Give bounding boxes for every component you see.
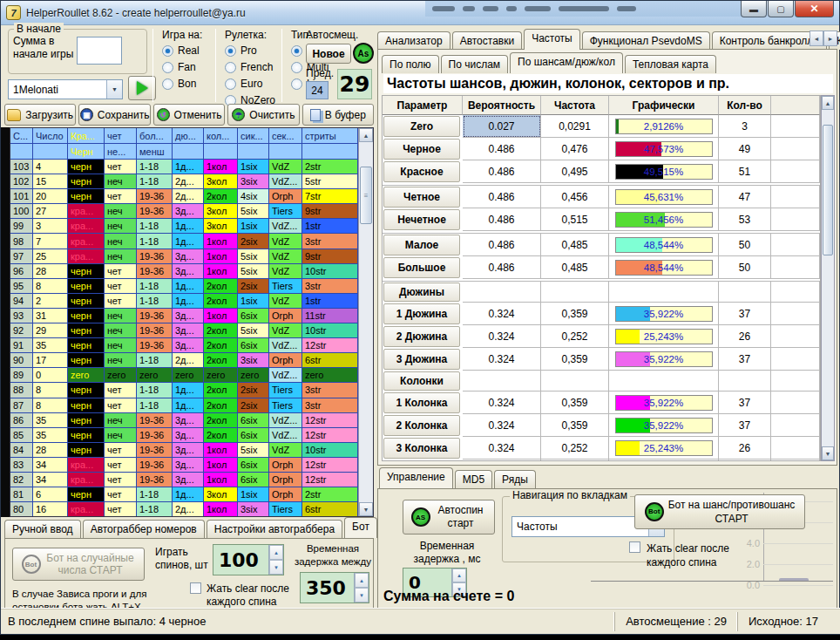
stats-probability-cell[interactable]: 0.486: [463, 186, 541, 208]
table-row[interactable]: 8334кра...чет19-363д...1кол6sixOrph12str: [10, 458, 358, 473]
stats-param-label[interactable]: Zero: [383, 116, 460, 137]
column-header[interactable]: Число: [33, 128, 68, 144]
table-row[interactable]: 10027кра...неч19-363д...3кол5sixTiers9st…: [10, 204, 358, 219]
radio-icon[interactable]: [291, 45, 302, 57]
toolbar-clear-button[interactable]: ☂Очистить: [227, 104, 299, 126]
stats-probability-cell[interactable]: 0.486: [463, 256, 541, 279]
column-header[interactable]: кол...: [204, 128, 238, 144]
scroll-up-icon[interactable]: ▲: [359, 128, 373, 142]
up-icon[interactable]: ▲: [269, 545, 283, 560]
stats-param-label[interactable]: 1 Колонка: [383, 392, 460, 413]
tab-main-3[interactable]: Функционал PsevdoMS: [582, 31, 710, 50]
tab-sub-2[interactable]: По шансам/дюж/кол: [510, 52, 623, 73]
stats-param-label[interactable]: 3 Дюжина: [383, 349, 460, 370]
table-row[interactable]: 9331черннеч19-363д...1кол6sixOrph11str: [10, 309, 358, 323]
radio-euro[interactable]: Euro: [225, 78, 275, 90]
toolbar-folder-open-button[interactable]: Загрузить: [4, 104, 76, 126]
tabs-left-icon[interactable]: ◄: [810, 31, 823, 46]
stats-row[interactable]: 2 Дюжина0.3240,25225,243%26: [383, 325, 820, 348]
stats-probability-cell[interactable]: 0.486: [463, 160, 541, 183]
stepper-buttons[interactable]: ▲▼: [268, 545, 283, 575]
autoshift-icon[interactable]: As: [353, 43, 374, 64]
scrollbar-thumb[interactable]: [823, 125, 833, 255]
stats-row[interactable]: 1 Дюжина0.3240,35935,922%37: [383, 303, 820, 325]
column-header[interactable]: Черн: [68, 144, 105, 160]
clear-after-spin-checkbox[interactable]: [190, 582, 201, 594]
start-sum-input[interactable]: [77, 37, 122, 65]
stats-param-label[interactable]: Малое: [383, 235, 460, 255]
stats-param-label[interactable]: 3 Колонка: [383, 438, 460, 459]
clear-after-spin-option[interactable]: Жать clear после каждого спина: [190, 582, 295, 609]
table-row[interactable]: 8635черннеч19-363д...2кол6sixVdZ...12str: [10, 413, 358, 428]
radio-icon[interactable]: [225, 45, 236, 57]
close-button[interactable]: ✕: [795, 1, 834, 17]
tab-input-0[interactable]: Ручной ввод: [4, 520, 81, 538]
column-header[interactable]: бол...: [137, 128, 173, 144]
new-button[interactable]: Новое: [306, 44, 351, 64]
stats-row[interactable]: Черное0.4860,47647,573%49: [383, 138, 820, 160]
stats-probability-cell[interactable]: 0.324: [463, 437, 541, 460]
radio-pro[interactable]: Pro: [225, 44, 275, 57]
tab-control-1[interactable]: MD5: [455, 470, 492, 488]
stats-param-label[interactable]: Нечетное: [383, 209, 460, 230]
radio-french[interactable]: French: [225, 61, 275, 73]
table-row[interactable]: 958чернчет1-181д...2кол2sixTiers3str: [10, 279, 358, 294]
table-row[interactable]: 888чернчет1-181д...2кол2sixTiers3str: [10, 383, 358, 398]
column-header[interactable]: [173, 144, 204, 160]
table-row[interactable]: 1034чернчет1-181д...1кол1sixVdZ2str: [10, 160, 358, 174]
table-row[interactable]: 9628чернчет19-363д...1кол5sixVdZ10str: [10, 264, 358, 279]
stats-row[interactable]: 1 Колонка0.3240,35935,922%37: [383, 391, 820, 414]
scroll-down-icon[interactable]: ▼: [359, 502, 373, 516]
stats-param-label[interactable]: Красное: [383, 161, 460, 182]
stats-row[interactable]: Нечетное0.4860,51551,456%53: [383, 208, 820, 231]
column-header[interactable]: [238, 144, 269, 160]
spins-count-stepper[interactable]: 100 ▲▼: [213, 544, 284, 575]
column-header[interactable]: сик...: [238, 128, 269, 144]
stats-row[interactable]: Zero0.0270,02912,9126%3: [383, 115, 820, 138]
radio-icon[interactable]: [162, 45, 173, 57]
radio-icon[interactable]: [291, 62, 302, 73]
stats-param-label[interactable]: Черное: [383, 139, 460, 160]
stats-row[interactable]: Большое0.4860,48548,544%50: [383, 256, 820, 279]
table-row[interactable]: 8016кра...чет1-182д...1кол3sixTiers6str: [10, 502, 358, 516]
radio-real[interactable]: Real: [162, 44, 202, 57]
tab-sub-3[interactable]: Тепловая карта: [625, 55, 716, 73]
down-icon[interactable]: ▼: [355, 588, 369, 603]
tab-input-2[interactable]: Настройки автограббера: [207, 520, 342, 538]
clear-after-spin-option[interactable]: Жать clear после каждого спина: [629, 541, 751, 569]
radio-icon[interactable]: [162, 78, 173, 90]
tab-main-0[interactable]: Анализатор: [377, 31, 450, 50]
table-row[interactable]: 816чернчет1-181д...3кол1sixOrph2str: [10, 487, 358, 502]
stats-probability-cell[interactable]: 0.324: [463, 325, 541, 348]
stats-row[interactable]: 3 Колонка0.3240,25225,243%26: [383, 437, 820, 460]
table-row[interactable]: 993кра...неч1-181д...3кол1sixVdZ...1str: [10, 219, 358, 234]
clear-after-spin-checkbox[interactable]: [629, 541, 640, 553]
random-bot-start-button[interactable]: Bot Бот на случайные числа СТАРТ: [12, 548, 145, 581]
autospin-start-button[interactable]: AS Автоспин старт: [403, 500, 495, 534]
column-header[interactable]: [10, 144, 33, 160]
table-row[interactable]: 9229черннеч19-363д...2кол5sixVdZ10str: [10, 323, 358, 338]
radio-fan[interactable]: Fan: [162, 61, 202, 73]
table-row[interactable]: 10215черннеч1-182д...3кол3sixVdZ...5str: [10, 174, 358, 189]
stats-row[interactable]: 3 Дюжина0.3240,35935,922%37: [383, 348, 820, 371]
toolbar-copy-button[interactable]: В буфер: [302, 104, 374, 126]
stats-row[interactable]: Красное0.4860,49549,515%51: [383, 160, 820, 183]
maximize-button[interactable]: ▢: [768, 1, 794, 17]
stats-param-label[interactable]: Четное: [383, 187, 460, 208]
tab-sub-0[interactable]: По полю: [382, 55, 439, 73]
column-header[interactable]: [33, 144, 68, 160]
column-header[interactable]: сек...: [269, 128, 302, 144]
radio-icon[interactable]: [225, 62, 236, 73]
scroll-down-icon[interactable]: ▼: [822, 446, 834, 460]
table-row[interactable]: 8428чернчет19-363д...1кол5sixVdZ10str: [10, 443, 358, 458]
up-icon[interactable]: ▲: [355, 573, 369, 588]
resize-grip[interactable]: [829, 609, 840, 634]
table-row[interactable]: 9017черннеч1-182д...2кол3sixOrph6str: [10, 353, 358, 368]
profile-combobox[interactable]: 1Melonati ▼: [8, 79, 123, 99]
tab-main-1[interactable]: Автоставки: [452, 31, 523, 50]
stats-row[interactable]: Четное0.4860,45645,631%47: [383, 186, 820, 208]
tab-input-1[interactable]: Автограббер номеров: [83, 520, 205, 538]
tab-control-2[interactable]: Ряды: [494, 470, 536, 488]
table-row[interactable]: 890zerozerozerozerozerozeroVdZ...zero: [10, 368, 358, 383]
tab-sub-1[interactable]: По числам: [441, 55, 509, 73]
